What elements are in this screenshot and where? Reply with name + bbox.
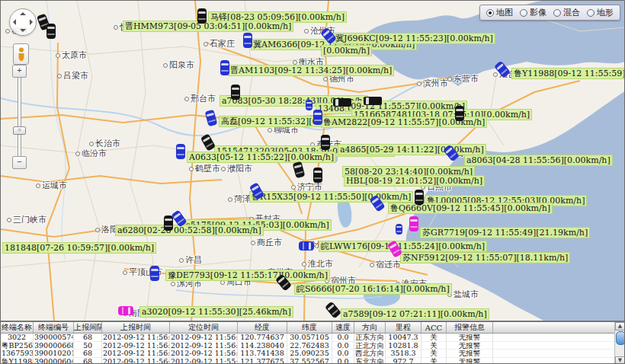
vehicle-label[interactable]: a8063[04-28 11:55:56][0.00km/h] <box>464 155 613 166</box>
vehicle-label[interactable]: a4865[05-29 14:11:22][0.00km/h] <box>338 144 486 155</box>
column-header[interactable]: 速度 <box>332 322 354 334</box>
radio-icon[interactable] <box>553 9 561 17</box>
column-header[interactable]: 终端名称 <box>1 322 34 334</box>
vehicle-icon[interactable] <box>306 100 312 110</box>
vehicle-label[interactable]: a6280[02-28 00:52:58][0.00km/h] <box>115 225 264 236</box>
vehicle-label[interactable]: 鲁Y11988[09-12 11:55:59][0.00km/h] <box>511 68 625 79</box>
city-marker-icon <box>291 185 296 190</box>
vehicle-label[interactable]: HBL[08-19 21:01:52][0.00km/h] <box>344 175 485 187</box>
vehicle-label[interactable]: [0.00km/h] <box>321 45 372 56</box>
vehicle-label[interactable]: 181848[07-26 10:59:57][0.00km/h] <box>2 242 156 254</box>
vehicle-label[interactable]: 鲁Q6660V[09-12 11:55:45][0.00km/h] <box>388 203 553 214</box>
table-cell: 2012-09-12 11:56:02 <box>170 334 238 342</box>
vehicle-icon[interactable] <box>164 216 173 231</box>
column-header[interactable]: 报警信息 <box>447 322 493 334</box>
table-cell: 30.057105 <box>287 334 332 342</box>
city-marker-icon <box>323 77 328 81</box>
vehicle-icon[interactable] <box>118 306 133 315</box>
table-cell: 2012-09-12 11:56:09 <box>102 334 170 342</box>
vehicle-icon[interactable] <box>415 190 424 205</box>
vehicle-label[interactable]: 冀J696KC[09-12 11:55:23][0.00km/h] <box>333 33 495 44</box>
zoom-slider-track[interactable] <box>18 76 21 158</box>
map-type-option-3[interactable]: 混合 <box>553 7 580 18</box>
vehicle-icon[interactable] <box>299 241 314 251</box>
vehicle-label[interactable]: 晋AM1103[09-12 11:34:25][0.00km/h] <box>228 65 394 76</box>
vehicle-icon[interactable] <box>321 135 330 150</box>
radio-icon[interactable] <box>587 9 595 17</box>
vehicle-label[interactable]: 晋HMM973[09-05 03:04:51][0.00km/h] <box>123 21 293 32</box>
city-label: 吕梁市 <box>57 70 88 81</box>
table-row[interactable]: 粤BP256F3900006685502012-09-12 11:56:0920… <box>1 341 625 350</box>
pan-left-icon[interactable] <box>13 19 16 25</box>
table-cell <box>493 350 625 358</box>
scroll-down-icon[interactable]: ▼ <box>615 356 625 364</box>
vehicle-label[interactable]: 豫DE7793[09-12 11:55:17][0.00km/h] <box>165 270 330 281</box>
column-header[interactable]: 经度 <box>238 322 287 334</box>
table-cell: 3900006044 <box>34 357 74 364</box>
map-type-option-4[interactable]: 地形 <box>587 7 614 18</box>
zoom-out-button[interactable]: − <box>12 156 27 169</box>
vehicle-icon[interactable] <box>243 33 252 48</box>
vehicle-label[interactable]: a3020[09-12 11:55:30][25.46km/h] <box>139 306 293 318</box>
vehicle-label[interactable]: 苏NF5912[09-12 11:55:07][18.11km/h] <box>400 252 570 263</box>
table-row[interactable]: 30223900005741682012-09-12 11:56:092012-… <box>1 334 625 342</box>
table-scrollbar[interactable]: ▲ ▼ <box>614 322 625 364</box>
column-header[interactable]: 纬度 <box>287 322 332 334</box>
vehicle-icon[interactable] <box>313 110 322 125</box>
vehicle-icon[interactable] <box>313 168 322 183</box>
vehicle-icon[interactable] <box>197 8 207 24</box>
column-header[interactable]: 上报间隔 <box>74 322 102 334</box>
column-header[interactable]: 方向 <box>354 322 386 334</box>
column-header[interactable]: 终端编号 <box>34 322 74 334</box>
zoom-in-button[interactable]: + <box>12 65 27 78</box>
table-cell: 10047.3 <box>386 334 421 342</box>
pan-down-icon[interactable] <box>20 29 26 32</box>
column-header[interactable]: 上报时间 <box>102 322 170 334</box>
vehicle-label[interactable]: a7589[09-12 07:21:11][0.00km/h] <box>341 308 489 320</box>
vehicle-label[interactable]: 皖LWW176[09-12 11:55:24][0.00km/h] <box>319 241 487 252</box>
vehicle-icon[interactable] <box>231 85 240 100</box>
column-header[interactable]: 定位时间 <box>170 322 238 334</box>
city-label: 盐城市 <box>447 289 479 300</box>
column-header[interactable]: ACC <box>421 322 447 334</box>
vehicle-label[interactable]: A0633[05-12 11:55:22][0.00km/h] <box>187 152 336 163</box>
city-marker-icon <box>447 77 452 81</box>
table-row[interactable]: 鲁Y119883900006044682012-09-12 11:56:0620… <box>1 357 625 364</box>
truck-icon[interactable] <box>333 98 351 107</box>
map-type-option-2[interactable]: 影像 <box>520 7 546 18</box>
table-cell: 无报警 <box>447 334 493 342</box>
vehicle-icon[interactable] <box>176 144 185 159</box>
table-cell: 113.741438 <box>238 350 287 358</box>
zoom-slider-handle[interactable]: = <box>13 126 26 135</box>
vehicle-icon[interactable] <box>46 24 56 39</box>
vehicle-icon[interactable] <box>409 216 418 231</box>
pan-up-icon[interactable] <box>20 12 26 15</box>
vehicle-icon[interactable] <box>150 266 159 281</box>
city-name: 盐城市 <box>454 289 479 299</box>
table-cell: 正北方向 <box>354 341 386 350</box>
vehicle-icon[interactable] <box>455 106 464 121</box>
truck-icon[interactable] <box>364 97 382 105</box>
pegman-button[interactable] <box>13 43 29 65</box>
table-row[interactable]: 136759357...3900102014682012-09-12 11:56… <box>1 350 625 358</box>
pan-right-icon[interactable] <box>30 19 33 25</box>
map-type-option-1[interactable]: 地图 <box>486 7 513 18</box>
map-canvas[interactable]: + = − 地图影像混合地形 榆林忻州市沧州市太原市阳泉市吕梁市石家庄衡水市德州… <box>1 1 625 321</box>
column-header[interactable]: 里程 <box>386 322 421 334</box>
vehicle-label[interactable]: 皖S6666[07-20 16:16:14][0.00km/h] <box>294 283 452 295</box>
scroll-up-icon[interactable]: ▲ <box>615 322 625 330</box>
vehicle-icon[interactable] <box>220 60 229 75</box>
scrollbar-thumb[interactable] <box>616 331 625 345</box>
city-marker-icon <box>179 258 184 263</box>
vehicle-label[interactable]: 苏GR7719[09-12 11:55:49][21.19km/h] <box>420 227 590 238</box>
radio-icon[interactable] <box>520 9 527 17</box>
city-label: 临汾市 <box>75 148 107 159</box>
table-cell <box>493 357 625 364</box>
vehicle-label[interactable]: 鲁R15X35[09-12 11:55:50][0.00km/h] <box>249 191 413 203</box>
table-cell: 3022 <box>1 334 34 342</box>
radio-icon[interactable] <box>486 9 494 17</box>
table-cell: 972.7 <box>386 357 421 364</box>
city-name: 三门峡市 <box>13 215 46 225</box>
pan-control[interactable] <box>9 8 37 36</box>
vehicle-icon[interactable] <box>396 224 402 235</box>
